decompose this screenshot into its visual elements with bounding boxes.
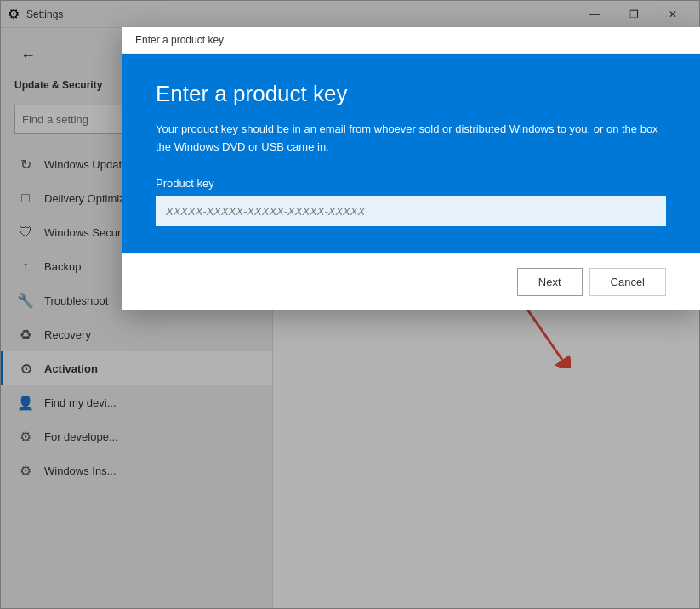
product-key-label: Product key	[156, 177, 666, 190]
dialog-description: Your product key should be in an email f…	[156, 121, 666, 157]
dialog-title: Enter a product key	[156, 81, 666, 107]
dialog-body: Enter a product key Your product key sho…	[122, 54, 700, 253]
dialog-footer: Next Cancel	[122, 253, 700, 310]
dialog-overlay: Enter a product key Enter a product key …	[0, 0, 700, 609]
dialog-titlebar: Enter a product key	[122, 27, 700, 54]
product-key-dialog: Enter a product key Enter a product key …	[122, 27, 700, 310]
next-button[interactable]: Next	[517, 268, 583, 296]
product-key-input[interactable]	[156, 196, 666, 226]
cancel-button[interactable]: Cancel	[589, 268, 666, 296]
